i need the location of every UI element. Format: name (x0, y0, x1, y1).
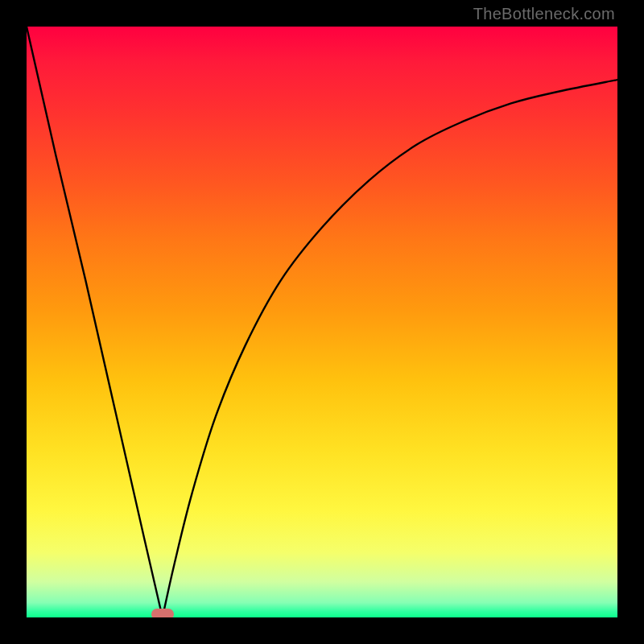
curve-layer (27, 27, 617, 617)
watermark-text: TheBottleneck.com (473, 5, 615, 23)
chart-frame: TheBottleneck.com (0, 0, 644, 644)
plot-area (27, 27, 617, 617)
bottleneck-curve (27, 27, 617, 617)
minimum-marker (151, 609, 174, 617)
